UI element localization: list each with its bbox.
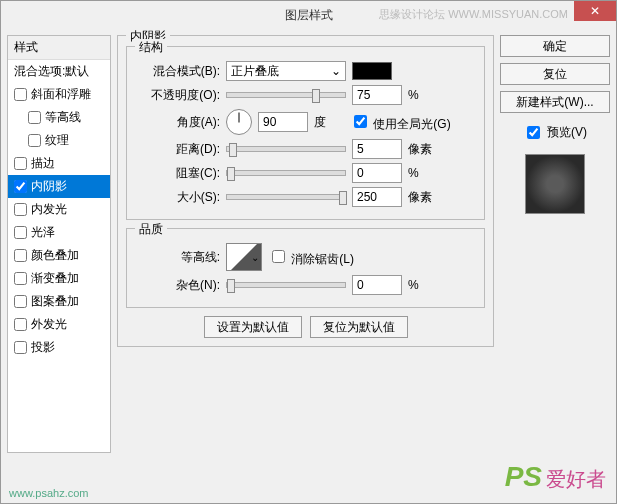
style-item[interactable]: 颜色叠加 <box>8 244 110 267</box>
preview-thumbnail <box>525 154 585 214</box>
style-label: 光泽 <box>31 224 55 241</box>
blend-mode-label: 混合模式(B): <box>135 63 220 80</box>
angle-input[interactable] <box>258 112 308 132</box>
distance-slider[interactable] <box>226 146 346 152</box>
size-input[interactable] <box>352 187 402 207</box>
noise-slider[interactable] <box>226 282 346 288</box>
style-label: 纹理 <box>45 132 69 149</box>
opacity-input[interactable] <box>352 85 402 105</box>
style-label: 外发光 <box>31 316 67 333</box>
style-checkbox[interactable] <box>28 134 41 147</box>
blend-mode-value: 正片叠底 <box>231 63 279 80</box>
default-buttons-row: 设置为默认值 复位为默认值 <box>126 316 485 338</box>
style-checkbox[interactable] <box>28 111 41 124</box>
size-label: 大小(S): <box>135 189 220 206</box>
style-label: 颜色叠加 <box>31 247 79 264</box>
style-item[interactable]: 纹理 <box>8 129 110 152</box>
style-checkbox[interactable] <box>14 180 27 193</box>
style-label: 斜面和浮雕 <box>31 86 91 103</box>
style-checkbox[interactable] <box>14 249 27 262</box>
close-icon: ✕ <box>590 4 600 18</box>
style-item[interactable]: 内阴影 <box>8 175 110 198</box>
choke-label: 阻塞(C): <box>135 165 220 182</box>
opacity-unit: % <box>408 88 438 102</box>
preview-check[interactable]: 预览(V) <box>500 123 610 142</box>
footer-url: www.psahz.com <box>9 487 88 499</box>
watermark-text: 思缘设计论坛 WWW.MISSYUAN.COM <box>379 7 568 22</box>
set-default-button[interactable]: 设置为默认值 <box>204 316 302 338</box>
chevron-down-icon: ⌄ <box>331 64 341 78</box>
titlebar: 图层样式 思缘设计论坛 WWW.MISSYUAN.COM ✕ <box>1 1 616 29</box>
style-item[interactable]: 等高线 <box>8 106 110 129</box>
logo-ps: PS <box>505 461 542 493</box>
style-label: 图案叠加 <box>31 293 79 310</box>
choke-input[interactable] <box>352 163 402 183</box>
chevron-down-icon: ⌄ <box>251 252 259 263</box>
blend-mode-select[interactable]: 正片叠底 ⌄ <box>226 61 346 81</box>
style-checkbox[interactable] <box>14 203 27 216</box>
noise-unit: % <box>408 278 438 292</box>
style-item[interactable]: 外发光 <box>8 313 110 336</box>
blend-options-label: 混合选项:默认 <box>14 63 89 80</box>
color-swatch[interactable] <box>352 62 392 80</box>
footer-logo: PS 爱好者 <box>505 461 606 493</box>
choke-unit: % <box>408 166 438 180</box>
cancel-button[interactable]: 复位 <box>500 63 610 85</box>
blend-options-row[interactable]: 混合选项:默认 <box>8 60 110 83</box>
quality-group: 品质 等高线: ⌄ 消除锯齿(L) 杂色(N): % <box>126 228 485 308</box>
style-checkbox[interactable] <box>14 272 27 285</box>
style-item[interactable]: 斜面和浮雕 <box>8 83 110 106</box>
styles-header: 样式 <box>8 36 110 60</box>
layer-style-dialog: 图层样式 思缘设计论坛 WWW.MISSYUAN.COM ✕ 样式 混合选项:默… <box>0 0 617 504</box>
style-item[interactable]: 渐变叠加 <box>8 267 110 290</box>
opacity-slider[interactable] <box>226 92 346 98</box>
choke-slider[interactable] <box>226 170 346 176</box>
style-item[interactable]: 描边 <box>8 152 110 175</box>
structure-title: 结构 <box>135 39 167 56</box>
close-button[interactable]: ✕ <box>574 1 616 21</box>
angle-label: 角度(A): <box>135 114 220 131</box>
preview-label: 预览(V) <box>547 124 587 141</box>
angle-unit: 度 <box>314 114 344 131</box>
style-checkbox[interactable] <box>14 341 27 354</box>
quality-title: 品质 <box>135 221 167 238</box>
preview-checkbox[interactable] <box>527 126 540 139</box>
style-label: 描边 <box>31 155 55 172</box>
angle-dial[interactable] <box>226 109 252 135</box>
style-item[interactable]: 光泽 <box>8 221 110 244</box>
structure-group: 结构 混合模式(B): 正片叠底 ⌄ 不透明度(O): % <box>126 46 485 220</box>
distance-unit: 像素 <box>408 141 438 158</box>
global-light-checkbox[interactable] <box>354 115 367 128</box>
new-style-button[interactable]: 新建样式(W)... <box>500 91 610 113</box>
logo-cn: 爱好者 <box>546 466 606 493</box>
style-label: 等高线 <box>45 109 81 126</box>
styles-list-panel: 样式 混合选项:默认 斜面和浮雕等高线纹理描边内阴影内发光光泽颜色叠加渐变叠加图… <box>7 35 111 453</box>
noise-label: 杂色(N): <box>135 277 220 294</box>
style-item[interactable]: 投影 <box>8 336 110 359</box>
style-item[interactable]: 图案叠加 <box>8 290 110 313</box>
style-label: 内阴影 <box>31 178 67 195</box>
right-panel: 确定 复位 新建样式(W)... 预览(V) <box>500 35 610 453</box>
global-light-check[interactable]: 使用全局光(G) <box>350 112 451 133</box>
content-area: 样式 混合选项:默认 斜面和浮雕等高线纹理描边内阴影内发光光泽颜色叠加渐变叠加图… <box>1 29 616 459</box>
style-checkbox[interactable] <box>14 157 27 170</box>
antialias-checkbox[interactable] <box>272 250 285 263</box>
style-checkbox[interactable] <box>14 88 27 101</box>
size-slider[interactable] <box>226 194 346 200</box>
style-label: 内发光 <box>31 201 67 218</box>
antialias-check[interactable]: 消除锯齿(L) <box>268 247 354 268</box>
ok-button[interactable]: 确定 <box>500 35 610 57</box>
opacity-label: 不透明度(O): <box>135 87 220 104</box>
style-checkbox[interactable] <box>14 295 27 308</box>
style-checkbox[interactable] <box>14 318 27 331</box>
style-item[interactable]: 内发光 <box>8 198 110 221</box>
style-checkbox[interactable] <box>14 226 27 239</box>
noise-input[interactable] <box>352 275 402 295</box>
inner-shadow-group: 内阴影 结构 混合模式(B): 正片叠底 ⌄ 不透明度(O): <box>117 35 494 347</box>
style-label: 渐变叠加 <box>31 270 79 287</box>
reset-default-button[interactable]: 复位为默认值 <box>310 316 408 338</box>
contour-picker[interactable]: ⌄ <box>226 243 262 271</box>
contour-label: 等高线: <box>135 249 220 266</box>
distance-input[interactable] <box>352 139 402 159</box>
main-panel: 内阴影 结构 混合模式(B): 正片叠底 ⌄ 不透明度(O): <box>117 35 494 453</box>
